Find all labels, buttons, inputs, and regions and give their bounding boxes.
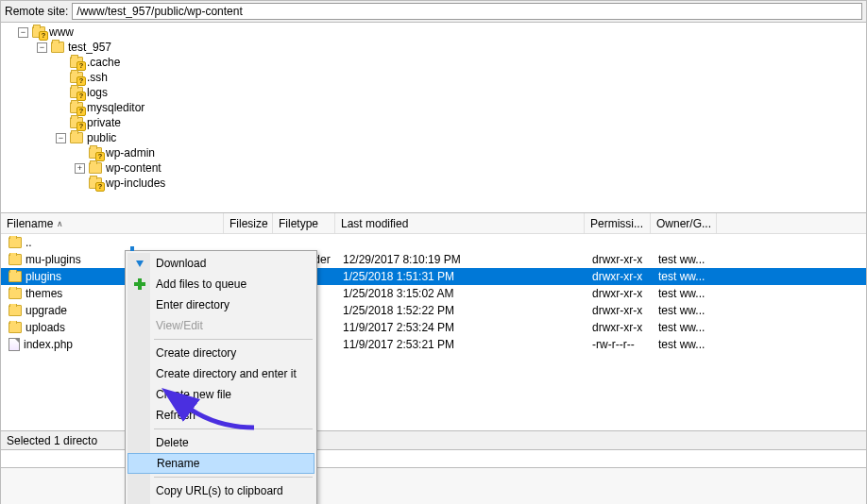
menu-label: Add files to queue: [156, 277, 246, 291]
file-modified: 1/25/2018 3:15:02 AM: [339, 287, 588, 300]
tree-toggle-icon[interactable]: −: [56, 133, 66, 143]
filename: upgrade: [26, 304, 67, 317]
download-icon: [132, 256, 147, 271]
tree-item-wp-includes[interactable]: ?wp-includes: [18, 176, 866, 191]
col-modified[interactable]: Last modified: [335, 213, 585, 233]
folder-icon: ?: [89, 147, 102, 159]
tree-item-test_957[interactable]: −test_957: [18, 40, 866, 55]
menu-label: Rename: [157, 457, 199, 470]
tree-label: wp-admin: [106, 146, 155, 160]
folder-icon: [8, 271, 22, 282]
file-permissions: -rw-r--r--: [588, 338, 654, 351]
file-list: Filename∧ Filesize Filetype Last modifie…: [0, 213, 867, 431]
tree-label: .ssh: [87, 71, 108, 84]
folder-icon: ?: [70, 72, 83, 83]
file-permissions: drwxr-xr-x: [588, 304, 654, 317]
filename: index.php: [24, 338, 73, 351]
tree-label: mysqleditor: [87, 101, 144, 114]
menu-create-directory[interactable]: Create directory: [128, 343, 314, 363]
folder-icon: ?: [89, 177, 102, 189]
col-permissions[interactable]: Permissi...: [585, 213, 651, 233]
tree-label: test_957: [68, 41, 111, 54]
file-owner: test ww...: [654, 253, 721, 266]
file-modified: 12/29/2017 8:10:19 PM: [339, 253, 588, 266]
folder-icon: ?: [70, 117, 83, 128]
folder-icon: [8, 237, 22, 248]
file-owner: test ww...: [654, 338, 721, 351]
tree-item-.cache[interactable]: ?.cache: [18, 55, 866, 70]
tree-label: public: [87, 131, 116, 144]
folder-icon: [8, 254, 22, 265]
add-icon: [132, 277, 147, 292]
tree-label: logs: [87, 86, 108, 99]
context-menu: DownloadAdd files to queueEnter director…: [125, 250, 317, 504]
menu-copy-url-s-to-clipboard[interactable]: Copy URL(s) to clipboard: [128, 480, 314, 501]
folder-icon: ?: [70, 102, 83, 113]
folder-icon: [70, 132, 83, 143]
tree-label: wp-content: [106, 161, 162, 175]
tree-toggle-icon[interactable]: +: [75, 163, 85, 174]
menu-label: Refresh: [156, 409, 196, 422]
menu-label: Download: [156, 257, 206, 270]
menu-refresh[interactable]: Refresh: [128, 405, 314, 426]
col-filename[interactable]: Filename∧: [1, 213, 224, 233]
menu-separator: [154, 428, 313, 429]
menu-separator: [154, 477, 313, 478]
tree-item-www[interactable]: −?www: [18, 25, 866, 40]
unknown-badge-icon: ?: [39, 31, 48, 41]
tree-label: private: [87, 116, 121, 129]
tree-item-wp-content[interactable]: +wp-content: [18, 160, 866, 176]
tree-item-public[interactable]: −public: [18, 130, 866, 145]
filename: ..: [26, 236, 32, 249]
remote-site-label: Remote site:: [5, 5, 68, 18]
tree-toggle-icon[interactable]: −: [37, 42, 47, 53]
menu-create-directory-and-enter-it[interactable]: Create directory and enter it: [128, 363, 314, 384]
file-modified: 1/25/2018 1:51:31 PM: [339, 270, 588, 283]
remote-site-bar: Remote site:: [0, 0, 867, 23]
php-file-icon: [8, 338, 20, 351]
filename: themes: [26, 287, 62, 300]
menu-label: Copy URL(s) to clipboard: [156, 484, 283, 497]
file-owner: test ww...: [654, 321, 721, 334]
tree-item-logs[interactable]: ?logs: [18, 85, 866, 100]
menu-label: Enter directory: [156, 298, 230, 311]
remote-tree[interactable]: −?www−test_957?.cache?.ssh?logs?mysqledi…: [0, 23, 867, 213]
tree-label: www: [49, 25, 74, 39]
tree-item-.ssh[interactable]: ?.ssh: [18, 70, 866, 85]
col-filesize[interactable]: Filesize: [224, 213, 273, 233]
folder-icon: [8, 288, 22, 299]
file-permissions: drwxr-xr-x: [588, 321, 654, 334]
filename: mu-plugins: [26, 253, 81, 266]
folder-icon: [89, 162, 102, 174]
tree-item-mysqleditor[interactable]: ?mysqleditor: [18, 100, 866, 115]
menu-view-edit: View/Edit: [128, 315, 314, 336]
tree-label: wp-includes: [106, 176, 165, 190]
menu-download[interactable]: Download: [128, 253, 314, 274]
folder-icon: [8, 322, 22, 333]
tree-item-private[interactable]: ?private: [18, 115, 866, 130]
file-permissions: drwxr-xr-x: [588, 287, 654, 300]
menu-add-files-to-queue[interactable]: Add files to queue: [128, 274, 314, 294]
remote-site-path-input[interactable]: [72, 3, 862, 20]
file-modified: 11/9/2017 2:53:24 PM: [339, 321, 588, 334]
tree-toggle-icon[interactable]: −: [18, 27, 28, 38]
menu-separator: [154, 339, 313, 340]
menu-rename[interactable]: Rename: [128, 453, 314, 474]
file-modified: 11/9/2017 2:53:21 PM: [339, 338, 588, 351]
menu-label: View/Edit: [156, 319, 203, 332]
menu-label: Create directory and enter it: [156, 367, 297, 380]
file-modified: 1/25/2018 1:52:22 PM: [339, 304, 588, 317]
menu-enter-directory[interactable]: Enter directory: [128, 294, 314, 315]
menu-label: Create directory: [156, 346, 236, 360]
folder-icon: ?: [70, 87, 83, 98]
tree-item-wp-admin[interactable]: ?wp-admin: [18, 145, 866, 160]
col-filetype[interactable]: Filetype: [273, 213, 335, 233]
menu-delete[interactable]: Delete: [128, 432, 314, 453]
file-owner: test ww...: [654, 270, 721, 283]
folder-icon: [8, 305, 22, 316]
col-owner[interactable]: Owner/G...: [651, 213, 717, 233]
tree-label: .cache: [87, 56, 120, 69]
file-permissions: drwxr-xr-x: [588, 270, 654, 283]
menu-create-new-file[interactable]: Create new file: [128, 384, 314, 405]
file-owner: test ww...: [654, 287, 721, 300]
